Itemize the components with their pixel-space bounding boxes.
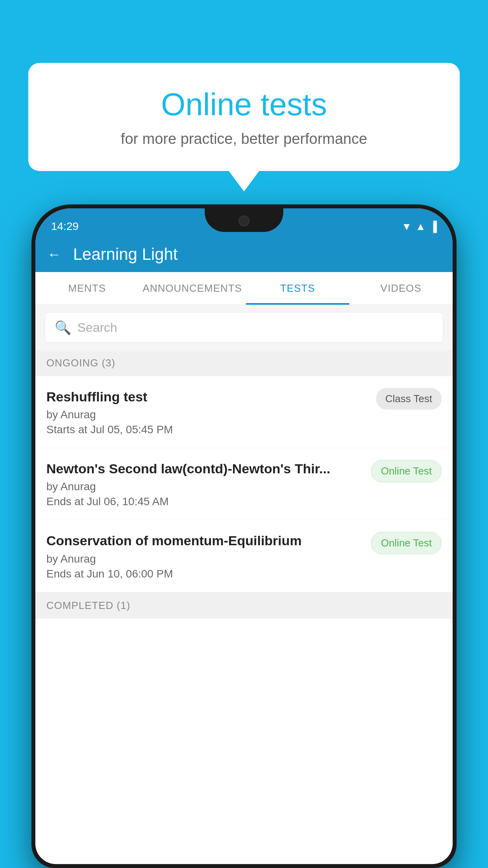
tabs-bar: MENTS ANNOUNCEMENTS TESTS VIDEOS bbox=[35, 272, 453, 305]
phone-frame: 14:29 ▼ ▲ ▐ ← Learning Light MENTS ANNOU… bbox=[31, 204, 457, 868]
test-badge-online: Online Test bbox=[371, 460, 442, 482]
back-button[interactable]: ← bbox=[47, 246, 61, 263]
tab-ments[interactable]: MENTS bbox=[35, 272, 139, 305]
search-icon: 🔍 bbox=[55, 320, 71, 335]
test-badge-online-2: Online Test bbox=[371, 532, 442, 554]
speech-bubble: Online tests for more practice, better p… bbox=[28, 63, 460, 171]
search-box[interactable]: 🔍 Search bbox=[45, 312, 443, 343]
bubble-subtitle: for more practice, better performance bbox=[60, 131, 428, 147]
test-item-title: Conservation of momentum-Equilibrium bbox=[46, 532, 363, 549]
phone-camera bbox=[238, 215, 250, 226]
signal-icon: ▲ bbox=[416, 221, 426, 233]
tab-tests[interactable]: TESTS bbox=[246, 272, 349, 305]
test-item[interactable]: Newton's Second law(contd)-Newton's Thir… bbox=[35, 448, 453, 520]
test-item[interactable]: Reshuffling test by Anurag Starts at Jul… bbox=[35, 376, 453, 448]
ongoing-section-header: ONGOING (3) bbox=[35, 350, 453, 376]
test-item-date: Ends at Jul 06, 10:45 AM bbox=[46, 495, 363, 508]
test-item-author: by Anurag bbox=[46, 553, 363, 565]
test-badge-class: Class Test bbox=[376, 388, 442, 410]
test-item-date: Ends at Jun 10, 06:00 PM bbox=[46, 568, 363, 580]
search-container: 🔍 Search bbox=[35, 305, 453, 350]
test-item-title: Reshuffling test bbox=[46, 388, 368, 405]
status-icons: ▼ ▲ ▐ bbox=[402, 210, 437, 233]
wifi-icon: ▼ bbox=[402, 221, 412, 233]
completed-section-header: COMPLETED (1) bbox=[35, 592, 453, 619]
test-item-title: Newton's Second law(contd)-Newton's Thir… bbox=[46, 460, 363, 477]
battery-icon: ▐ bbox=[430, 221, 437, 233]
test-item-author: by Anurag bbox=[46, 408, 368, 421]
app-header: ← Learning Light bbox=[35, 237, 453, 272]
test-item-date: Starts at Jul 05, 05:45 PM bbox=[46, 423, 368, 436]
tab-videos[interactable]: VIDEOS bbox=[349, 272, 453, 305]
test-item-content: Reshuffling test by Anurag Starts at Jul… bbox=[46, 388, 376, 436]
status-time: 14:29 bbox=[51, 209, 79, 233]
test-item-content: Conservation of momentum-Equilibrium by … bbox=[46, 532, 371, 580]
phone-notch bbox=[205, 208, 283, 232]
search-placeholder: Search bbox=[77, 320, 117, 335]
bubble-title: Online tests bbox=[60, 86, 428, 123]
test-item-author: by Anurag bbox=[46, 480, 363, 493]
phone-screen: 14:29 ▼ ▲ ▐ ← Learning Light MENTS ANNOU… bbox=[35, 208, 453, 864]
app-title: Learning Light bbox=[73, 245, 178, 264]
test-item[interactable]: Conservation of momentum-Equilibrium by … bbox=[35, 520, 453, 592]
tab-announcements[interactable]: ANNOUNCEMENTS bbox=[139, 272, 246, 305]
test-item-content: Newton's Second law(contd)-Newton's Thir… bbox=[46, 460, 371, 508]
